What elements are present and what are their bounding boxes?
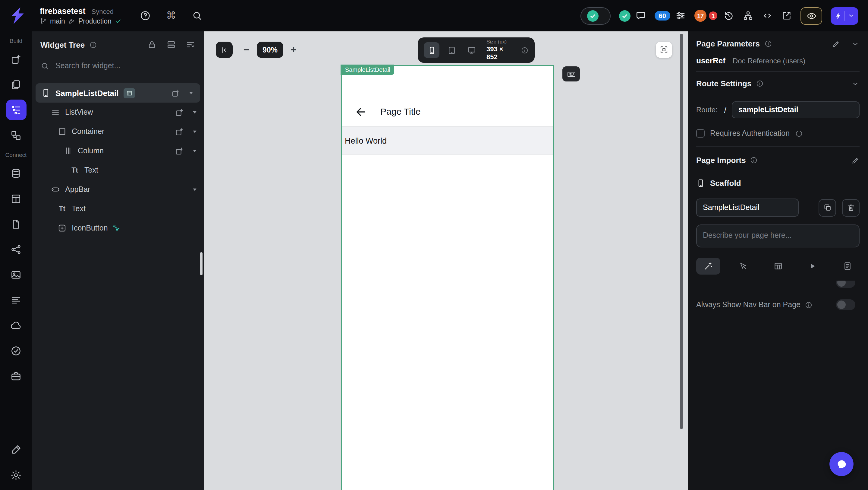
- rail-data-types[interactable]: [6, 188, 26, 209]
- copy-scaffold-button[interactable]: [818, 199, 836, 217]
- search-icon[interactable]: [192, 10, 203, 21]
- add-child-widget-icon[interactable]: [175, 127, 184, 136]
- tree-node-iconbutton[interactable]: IconButton: [32, 219, 204, 238]
- info-icon[interactable]: [795, 129, 803, 137]
- project-name[interactable]: firebasetest: [40, 7, 86, 16]
- route-input[interactable]: [732, 102, 860, 118]
- delete-scaffold-button[interactable]: [842, 199, 860, 217]
- chat-icon: [635, 10, 646, 21]
- rail-api-calls[interactable]: [6, 239, 26, 259]
- rail-storyboard[interactable]: [6, 125, 26, 145]
- device-desktop-button[interactable]: [464, 42, 479, 58]
- rail-app-settings[interactable]: [6, 465, 26, 485]
- expand-caret-icon[interactable]: [192, 109, 198, 115]
- rail-page-selector[interactable]: [6, 74, 26, 95]
- tree-node-appbar[interactable]: AppBar: [32, 180, 204, 199]
- issues-history-button[interactable]: 17 1: [694, 10, 734, 22]
- tree-node-label: IconButton: [72, 224, 108, 232]
- rail-cloud-functions[interactable]: [6, 315, 26, 336]
- expand-caret-icon[interactable]: [192, 128, 198, 135]
- topbar-status: 60 17 1: [581, 7, 859, 24]
- rail-media-assets[interactable]: [6, 264, 26, 285]
- preview-button[interactable]: [801, 7, 822, 24]
- app-bar-title[interactable]: Page Title: [380, 106, 421, 116]
- expand-caret-icon[interactable]: [192, 148, 198, 154]
- app-state-icon: [10, 294, 22, 306]
- info-icon[interactable]: [89, 41, 97, 49]
- expand-caret-icon[interactable]: [192, 186, 198, 193]
- canvas-scrollbar[interactable]: [680, 34, 683, 429]
- add-child-widget-icon[interactable]: [171, 88, 180, 97]
- tree-node-scaffold[interactable]: SampleListDetail: [36, 83, 200, 103]
- run-button[interactable]: [831, 7, 858, 24]
- info-icon[interactable]: [805, 301, 812, 309]
- flutterflow-logo-icon[interactable]: [8, 7, 27, 25]
- zoom-out-button[interactable]: −: [240, 41, 253, 58]
- edit-imports-icon[interactable]: [851, 156, 860, 165]
- rail-tests[interactable]: [6, 340, 26, 361]
- edit-parameters-icon[interactable]: [832, 39, 840, 48]
- tree-node-column[interactable]: Column: [32, 141, 204, 161]
- size-info-icon[interactable]: [521, 46, 529, 54]
- rail-widget-tree[interactable]: [6, 99, 26, 120]
- rail-app-state[interactable]: [6, 290, 26, 310]
- tab-magic-wand[interactable]: [696, 258, 720, 275]
- intercom-launcher[interactable]: [830, 452, 854, 476]
- collapse-section-icon[interactable]: [851, 79, 860, 88]
- back-arrow-icon[interactable]: [354, 106, 367, 118]
- info-icon[interactable]: [755, 80, 764, 87]
- device-phone-button[interactable]: [424, 42, 439, 58]
- keyboard-shortcut-chip[interactable]: [562, 66, 580, 82]
- tab-file[interactable]: [835, 258, 860, 275]
- phone-preview[interactable]: SampleListDetail Page Title Hello World: [341, 65, 554, 490]
- scaffold-phone-icon: [696, 179, 705, 188]
- help-icon[interactable]: [140, 10, 151, 21]
- project-structure-icon[interactable]: [743, 10, 753, 21]
- parameter-name[interactable]: userRef: [696, 56, 725, 65]
- rail-database[interactable]: [6, 163, 26, 183]
- errors-badge: 1: [708, 10, 718, 21]
- rail-theme-settings[interactable]: [6, 439, 26, 460]
- tree-node-text-2[interactable]: Tt Text: [32, 199, 204, 219]
- review-comments-button[interactable]: [619, 10, 646, 22]
- partial-toggle[interactable]: [836, 281, 855, 288]
- requires-auth-checkbox[interactable]: [696, 129, 705, 138]
- collapse-section-icon[interactable]: [851, 39, 860, 48]
- rail-integrations[interactable]: [6, 366, 26, 386]
- optimizations-button[interactable]: 60: [655, 10, 686, 21]
- device-tablet-button[interactable]: [444, 42, 459, 58]
- open-external-icon[interactable]: [781, 10, 792, 21]
- command-palette-icon[interactable]: ⌘: [166, 10, 176, 21]
- code-view-icon[interactable]: [762, 10, 773, 21]
- scaffold-label: Scaffold: [710, 179, 741, 188]
- zoom-in-button[interactable]: +: [287, 41, 300, 58]
- tree-node-container[interactable]: Container: [32, 122, 204, 141]
- tree-node-listview[interactable]: ListView: [32, 103, 204, 122]
- page-description-input[interactable]: [696, 225, 860, 248]
- branch-environment-selector[interactable]: main Production: [40, 18, 122, 25]
- lock-icon[interactable]: [147, 40, 157, 50]
- add-child-widget-icon[interactable]: [175, 146, 184, 155]
- tab-select-pointer[interactable]: [731, 258, 755, 275]
- info-icon[interactable]: [750, 156, 758, 164]
- collapse-panel-button[interactable]: [216, 41, 233, 58]
- add-child-widget-icon[interactable]: [175, 108, 184, 117]
- expand-caret-icon[interactable]: [188, 90, 194, 96]
- tree-scrollbar[interactable]: [200, 252, 203, 275]
- canvas-select-tool-button[interactable]: [656, 41, 672, 58]
- tab-data-table[interactable]: [766, 258, 790, 275]
- panel-layout-icon[interactable]: [166, 40, 176, 50]
- project-health-button[interactable]: [581, 7, 611, 24]
- hello-world-text[interactable]: Hello World: [342, 126, 553, 155]
- scaffold-name-input[interactable]: [696, 199, 799, 217]
- tab-play[interactable]: [801, 258, 825, 275]
- nav-bar-toggle[interactable]: [836, 299, 855, 310]
- tree-node-text[interactable]: Tt Text: [32, 161, 204, 180]
- rail-documents[interactable]: [6, 213, 26, 234]
- widget-search-input[interactable]: [56, 62, 195, 70]
- run-dropdown-icon[interactable]: [847, 12, 855, 19]
- info-icon[interactable]: [764, 40, 772, 48]
- collapse-all-icon[interactable]: [186, 40, 195, 50]
- app-bar-widget[interactable]: Page Title: [342, 66, 553, 126]
- rail-add-widget[interactable]: [6, 49, 26, 69]
